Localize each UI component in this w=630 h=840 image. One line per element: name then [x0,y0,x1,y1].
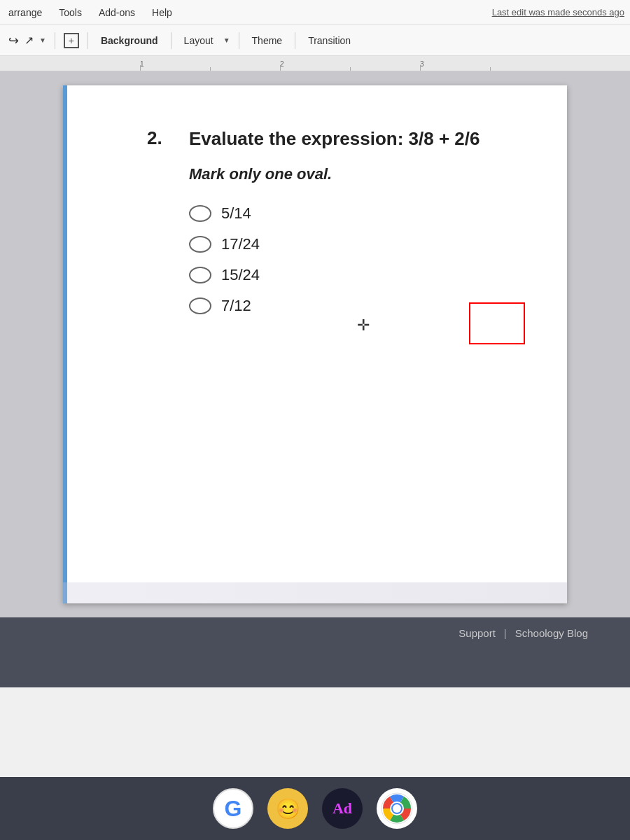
question-header: 2. Evaluate the expression: 3/8 + 2/6 [147,127,511,151]
google-app-icon[interactable]: G [213,788,253,829]
layout-button[interactable]: Layout [180,34,218,48]
slide[interactable]: 2. Evaluate the expression: 3/8 + 2/6 Ma… [63,85,567,603]
ruler-tick-small-3 [490,67,491,71]
blog-link[interactable]: Schoology Blog [515,627,588,639]
last-edit-status: Last edit was made seconds ago [492,7,624,18]
option-label-3: 15/24 [221,266,260,284]
adobe-label: Ad [332,799,352,818]
menu-arrange[interactable]: arrange [6,6,45,20]
menu-bar: arrange Tools Add-ons Help Last edit was… [0,0,630,25]
taskbar: G 😊 Ad [0,777,630,840]
toolbar-divider-2 [88,32,88,49]
slide-bottom-decoration [63,582,567,603]
question-text: Evaluate the expression: 3/8 + 2/6 [189,127,479,151]
footer-bar: Support | Schoology Blog [0,617,630,687]
add-element-button[interactable]: + [64,33,79,48]
toolbar-divider-3 [171,32,172,49]
footer-links: Support | Schoology Blog [458,627,588,639]
option-oval-2[interactable] [189,236,211,253]
ruler-tick-2 [280,65,281,71]
google-g-label: G [225,796,242,822]
question-instruction: Mark only one oval. [189,165,511,183]
question-area: 2. Evaluate the expression: 3/8 + 2/6 Ma… [63,85,567,343]
tool-dropdown-arrow[interactable]: ▼ [39,36,46,44]
emoji-app-icon[interactable]: 😊 [267,788,308,829]
adobe-app-icon[interactable]: Ad [322,788,363,829]
question-number: 2. [147,127,175,149]
chrome-svg [380,792,414,825]
theme-button[interactable]: Theme [248,34,287,48]
menu-tools[interactable]: Tools [56,6,85,20]
transition-button[interactable]: Transition [304,34,355,48]
chrome-browser-icon[interactable] [377,788,417,829]
options-list: 5/14 17/24 15/24 7/12 [189,204,511,315]
layout-dropdown-arrow[interactable]: ▼ [223,36,230,44]
toolbar-divider-4 [239,32,239,49]
option-item-2[interactable]: 17/24 [189,235,511,253]
option-item-4[interactable]: 7/12 [189,297,511,315]
toolbar: ↩ ↗ ▼ + Background Layout ▼ Theme Transi… [0,25,630,56]
ruler-tick-small-2 [350,67,351,71]
toolbar-divider-5 [295,32,295,49]
option-label-4: 7/12 [221,297,251,315]
toolbar-divider-1 [55,32,55,49]
canvas-area[interactable]: 2. Evaluate the expression: 3/8 + 2/6 Ma… [0,71,630,617]
support-link[interactable]: Support [458,627,496,639]
arrow-tool-icon[interactable]: ↗ [24,34,34,47]
ruler-tick-small-1 [210,67,211,71]
option-oval-4[interactable] [189,298,211,314]
svg-point-3 [393,804,401,813]
slide-left-accent [63,85,67,603]
menu-addons[interactable]: Add-ons [96,6,138,20]
option-oval-1[interactable] [189,205,211,222]
menu-help[interactable]: Help [149,6,175,20]
ruler-tick-1 [140,65,141,71]
footer-divider: | [504,627,507,639]
option-label-2: 17/24 [221,235,260,253]
emoji-label: 😊 [276,797,300,820]
option-oval-3[interactable] [189,267,211,284]
ruler-tick-3 [420,65,421,71]
background-button[interactable]: Background [97,34,162,48]
undo-icon[interactable]: ↩ [8,33,19,48]
option-item-1[interactable]: 5/14 [189,204,511,223]
option-label-1: 5/14 [221,204,251,223]
option-item-3[interactable]: 15/24 [189,266,511,284]
ruler: 1 2 3 [0,56,630,71]
